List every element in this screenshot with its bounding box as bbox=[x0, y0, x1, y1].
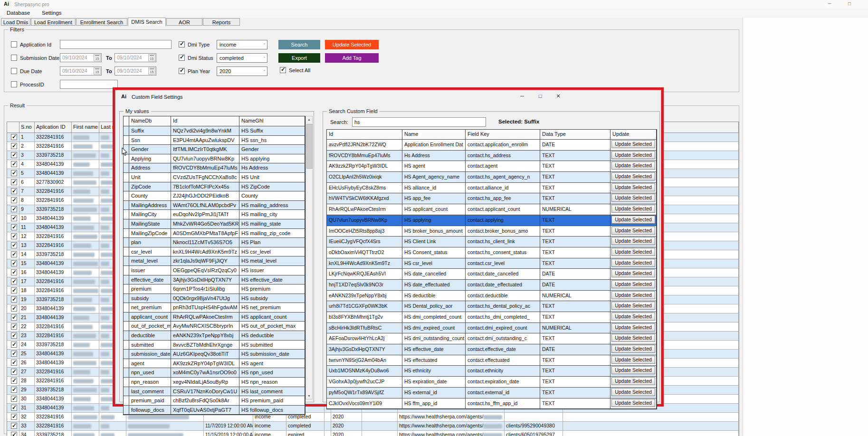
custom-field-row[interactable]: 3Ajhjv3GsDxlHpQTXN7YHS effective_datecon… bbox=[327, 344, 657, 355]
custom-field-row[interactable]: hnjT1XD7eqSlv0k9NO3rHS date_effectuatedc… bbox=[327, 280, 657, 291]
row-checkbox[interactable] bbox=[11, 278, 17, 284]
my-values-row[interactable]: csr_levelknXL9H4WcAd9XnK5m9TzHS csr_leve… bbox=[124, 247, 305, 257]
row-checkbox[interactable] bbox=[11, 287, 17, 294]
custom-field-row[interactable]: LKjrFcNqwKRQJEAsh5VIHS date_cancelledcon… bbox=[327, 269, 657, 280]
update-selected-row-button[interactable]: Update Selected bbox=[611, 356, 655, 364]
update-selected-row-button[interactable]: Update Selected bbox=[611, 194, 655, 202]
tab-aor[interactable]: AOR bbox=[166, 18, 202, 26]
column-header[interactable]: Update bbox=[610, 130, 657, 139]
calendar-icon[interactable]: 15 bbox=[148, 54, 155, 61]
row-checkbox[interactable] bbox=[11, 188, 17, 194]
custom-field-row[interactable]: hVW4TVSkCW6tKKAfgzxdHS app_feecontact.hs… bbox=[327, 193, 657, 204]
custom-field-row[interactable]: avzvPdfi2JRN2bK72ZWQApplication Enrollme… bbox=[327, 140, 657, 151]
row-checkbox[interactable] bbox=[11, 432, 17, 436]
row-checkbox[interactable] bbox=[11, 314, 17, 321]
my-values-row[interactable]: followup_docsXqfT0qEUvAS0xtjPaGT7HS foll… bbox=[124, 406, 305, 415]
row-checkbox[interactable] bbox=[11, 414, 17, 420]
update-selected-button[interactable]: Update Selected bbox=[325, 40, 379, 49]
tab-reports[interactable]: Reports bbox=[203, 18, 240, 26]
update-selected-row-button[interactable]: Update Selected bbox=[611, 334, 655, 342]
scrollbar-thumb[interactable] bbox=[306, 124, 313, 169]
column-header-blank[interactable] bbox=[7, 122, 19, 133]
row-selector[interactable] bbox=[124, 322, 129, 331]
column-header[interactable]: NameDb bbox=[129, 116, 171, 126]
result-row[interactable]: 34333973521811/15/2019 12:00:00 AMincome… bbox=[7, 431, 739, 436]
column-header[interactable]: Id bbox=[327, 130, 402, 139]
custom-field-row[interactable]: AK9zzkZRpY04pTgW3IDLHS agentcontact.agen… bbox=[327, 161, 657, 172]
my-values-row[interactable]: UnitCVzdZUsTFgNCChXaBs8cHS Unit bbox=[124, 173, 305, 182]
my-values-row[interactable]: npn_reasonxegv4NIdaiLjA5ouByRpHS npn_rea… bbox=[124, 378, 305, 387]
row-checkbox[interactable] bbox=[11, 405, 17, 411]
custom-field-row[interactable]: twnvnYN9SrjG2Am04bAnHS effectuatedcontac… bbox=[327, 355, 657, 366]
column-header[interactable]: Id bbox=[171, 116, 239, 126]
my-values-row[interactable]: effective_date3Ajhjv3GsDxlHpQTXN7YHS eff… bbox=[124, 275, 305, 285]
dmi-status-checkbox[interactable] bbox=[179, 55, 185, 61]
row-checkbox[interactable] bbox=[11, 396, 17, 402]
my-values-row[interactable]: MailingZipCodeA0SDmGMXbPMtaT8ApfpFHS mai… bbox=[124, 229, 305, 238]
row-selector[interactable] bbox=[124, 247, 129, 256]
tab-load-dmis[interactable]: Load Dmis bbox=[1, 18, 30, 26]
menu-item-settings[interactable]: Settings bbox=[39, 9, 65, 16]
my-values-row[interactable]: MailingCityeuDqoNv2IpPmJi1jTATfHS mailin… bbox=[124, 210, 305, 219]
update-selected-row-button[interactable]: Update Selected bbox=[611, 227, 655, 235]
due-date-from[interactable]: 09/10/2024 15 bbox=[60, 66, 102, 76]
scroll-up-icon[interactable]: ▲ bbox=[306, 118, 312, 121]
due-date-to[interactable]: 09/10/2024 15 bbox=[114, 66, 156, 76]
row-selector[interactable] bbox=[124, 406, 129, 415]
plan-year-select[interactable]: 2020 ˇ bbox=[217, 66, 267, 76]
my-values-row[interactable]: planNknocl11ZcMTv536S7O5HS Plan bbox=[124, 238, 305, 247]
calendar-icon[interactable]: 15 bbox=[94, 67, 101, 75]
submission-date-to[interactable]: 09/10/2024 15 bbox=[114, 53, 156, 62]
my-values-row[interactable]: agentAK9zzkZRpY04pTgW3IDLHS agent bbox=[124, 359, 305, 369]
row-checkbox[interactable] bbox=[11, 305, 17, 312]
column-header[interactable]: Data Type bbox=[540, 130, 610, 139]
custom-field-row[interactable]: VGohxA3p0jywfh2ucCJPHS expiration_dateco… bbox=[327, 377, 657, 388]
maximize-icon[interactable]: □ bbox=[845, 1, 854, 6]
row-selector[interactable] bbox=[124, 173, 129, 182]
my-values-row[interactable]: npn_usedxoM4mC0y7wA1nsrOO9o0HS npn_used bbox=[124, 368, 305, 378]
my-values-row[interactable]: deductibleeANKN239xTpeNppY8xbjHS deducti… bbox=[124, 331, 305, 341]
custom-field-row[interactable]: urh8i7Td1CGXFp0WK3bKHS Dental_policy_aor… bbox=[327, 301, 657, 312]
dialog-minimize-icon[interactable]: ─ bbox=[517, 93, 527, 99]
update-selected-row-button[interactable]: Update Selected bbox=[611, 183, 655, 191]
dmi-status-select[interactable]: completed ˇ bbox=[217, 53, 267, 63]
row-checkbox[interactable] bbox=[11, 143, 17, 149]
my-values-row[interactable]: ZipCode7B1clofToMCFIPcXx45sHS ZipCode bbox=[124, 182, 305, 192]
my-values-row[interactable]: MailingStateMhkZvWR4Go5DeoYad5KRHS maili… bbox=[124, 219, 305, 229]
update-selected-row-button[interactable]: Update Selected bbox=[611, 313, 655, 321]
my-values-row[interactable]: out_of_pocket_maAvyMwNRCXISCBbryprInHS o… bbox=[124, 322, 305, 331]
my-values-scrollbar[interactable]: ▲ ▼ bbox=[305, 116, 313, 399]
custom-field-row[interactable]: QU7vlun7uopyvBRNw8KpHS applyingcontact.a… bbox=[327, 215, 657, 226]
column-header[interactable]: S.no bbox=[19, 122, 35, 133]
my-values-row[interactable]: MailingAddressWAmt76OLfNLAM0pcbdPvHS mai… bbox=[124, 201, 305, 210]
application-id-checkbox[interactable] bbox=[11, 41, 17, 47]
row-checkbox[interactable] bbox=[11, 134, 17, 140]
application-id-input[interactable] bbox=[60, 40, 172, 49]
dmi-type-checkbox[interactable] bbox=[179, 41, 185, 47]
column-header[interactable]: First name bbox=[72, 122, 99, 133]
column-header[interactable]: Aplication ID bbox=[35, 122, 72, 133]
custom-field-row[interactable]: bI3s8FYXBhMhntj1Tg2vHS dmi_completed_cou… bbox=[327, 312, 657, 323]
menu-item-database[interactable]: Database bbox=[4, 9, 33, 16]
row-checkbox[interactable] bbox=[11, 369, 17, 375]
update-selected-row-button[interactable]: Update Selected bbox=[611, 399, 655, 407]
row-checkbox[interactable] bbox=[11, 332, 17, 339]
row-selector[interactable] bbox=[124, 256, 129, 265]
export-button[interactable]: Export bbox=[278, 53, 320, 63]
row-selector[interactable] bbox=[124, 163, 129, 172]
row-checkbox[interactable] bbox=[11, 341, 17, 348]
row-checkbox[interactable] bbox=[11, 251, 17, 257]
update-selected-row-button[interactable]: Update Selected bbox=[611, 216, 655, 224]
update-selected-row-button[interactable]: Update Selected bbox=[611, 291, 655, 299]
custom-field-row[interactable]: O2CLIpAnI2h5Wz0ixiqkHS Agent_agency_name… bbox=[327, 172, 657, 183]
dmi-type-select[interactable]: income ˇ bbox=[217, 40, 267, 49]
row-selector[interactable] bbox=[124, 368, 129, 377]
row-checkbox[interactable] bbox=[11, 387, 17, 393]
row-checkbox[interactable] bbox=[11, 296, 17, 303]
titlebar[interactable]: Ai Sherpasync pro ─ □ bbox=[0, 0, 868, 9]
my-values-row[interactable]: GenderItfTMLIMCzIrT0qtkgMKGender bbox=[124, 145, 305, 154]
my-values-row[interactable]: SuffixNQz7vdi2vi4g9n8wYnkMHS Suffix bbox=[124, 126, 305, 136]
row-checkbox[interactable] bbox=[11, 260, 17, 266]
update-selected-row-button[interactable]: Update Selected bbox=[611, 140, 655, 148]
update-selected-row-button[interactable]: Update Selected bbox=[611, 377, 655, 385]
